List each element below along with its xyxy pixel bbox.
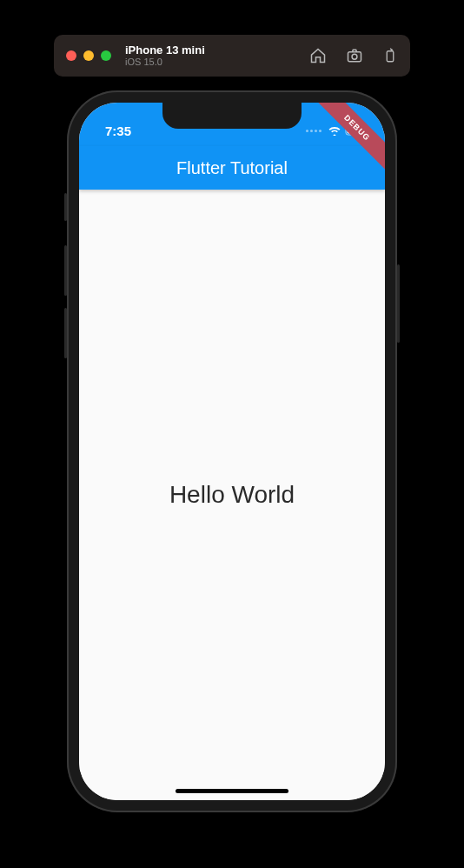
svg-rect-0 [348, 52, 361, 62]
screenshot-icon[interactable] [346, 47, 363, 64]
phone-screen: DEBUG 7:35 [79, 103, 385, 800]
simulator-title-group: iPhone 13 mini iOS 15.0 [125, 44, 205, 67]
home-icon[interactable] [309, 47, 327, 64]
power-button [397, 264, 400, 343]
simulator-device-name: iPhone 13 mini [125, 44, 205, 57]
zoom-window-button[interactable] [101, 50, 111, 61]
rotate-icon[interactable] [382, 47, 398, 64]
home-indicator[interactable] [176, 789, 288, 793]
simulator-toolbar [309, 47, 398, 64]
svg-point-1 [352, 54, 357, 59]
phone-frame: DEBUG 7:35 [67, 90, 397, 812]
close-window-button[interactable] [66, 50, 76, 61]
volume-up-button [64, 245, 67, 296]
silence-switch [64, 193, 67, 221]
window-controls [66, 50, 111, 61]
minimize-window-button[interactable] [83, 50, 94, 61]
debug-label: DEBUG [314, 103, 385, 171]
simulator-titlebar: iPhone 13 mini iOS 15.0 [54, 35, 410, 77]
body-text: Hello World [169, 481, 295, 509]
status-time: 7:35 [105, 124, 131, 138]
svg-rect-2 [387, 51, 394, 62]
app-bar-title: Flutter Tutorial [176, 158, 288, 178]
display-notch [162, 103, 302, 129]
volume-down-button [64, 308, 67, 358]
app-body: Hello World [79, 190, 385, 800]
debug-banner: DEBUG [307, 103, 385, 181]
simulator-os-version: iOS 15.0 [125, 57, 205, 67]
